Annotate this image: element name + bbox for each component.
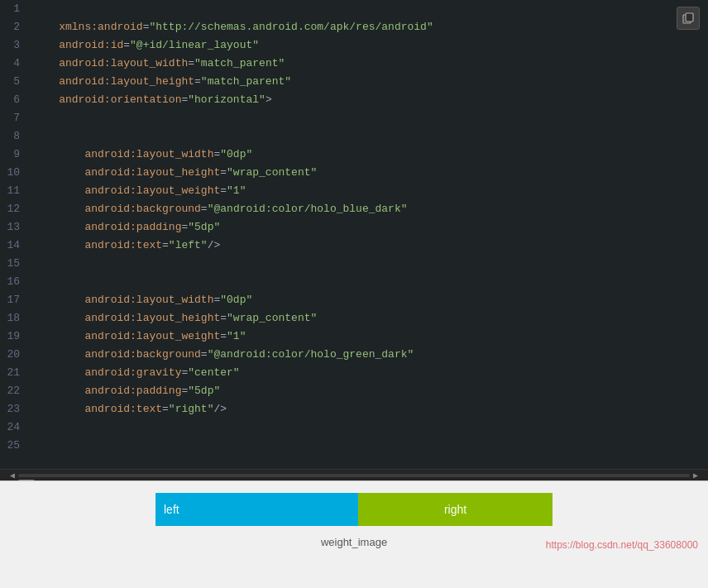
line-content: android:gravity="center" (30, 364, 708, 382)
line-number: 7 (0, 109, 30, 127)
code-line: 11 android:layout_weight="1" (0, 182, 708, 200)
code-line: 5 android:layout_height="match_parent" (0, 73, 708, 91)
line-content (30, 273, 708, 291)
preview-bar: left right (155, 493, 553, 526)
code-line: 13 android:padding="5dp" (0, 218, 708, 237)
code-line: 20 android:background="@android:color/ho… (0, 346, 708, 364)
scroll-track[interactable] (18, 474, 690, 477)
line-content: android:layout_weight="1" (30, 327, 708, 346)
line-number: 14 (0, 237, 30, 255)
horizontal-scrollbar[interactable]: ◀ ▶ (0, 469, 708, 480)
code-line: 14 android:text="left"/> (0, 237, 708, 255)
scroll-left-arrow[interactable]: ◀ (7, 471, 18, 480)
code-table: 12 xmlns:android="http://schemas.android… (0, 0, 708, 455)
code-line: 6 android:orientation="horizontal"> (0, 91, 708, 109)
line-number: 24 (0, 418, 30, 437)
line-content (30, 0, 708, 18)
line-content: android:text="right"/> (30, 400, 708, 418)
code-line: 24 (0, 418, 708, 437)
code-line: 9 android:layout_width="0dp" (0, 146, 708, 164)
preview-left-text: left (164, 503, 179, 516)
code-line: 25 (0, 437, 708, 455)
line-number: 9 (0, 146, 30, 164)
line-number: 1 (0, 0, 30, 18)
line-content: android:layout_height="wrap_content" (30, 164, 708, 182)
line-number: 6 (0, 91, 30, 109)
line-number: 19 (0, 327, 30, 346)
line-content: xmlns:android="http://schemas.android.co… (30, 18, 708, 36)
line-number: 2 (0, 18, 30, 36)
preview-link[interactable]: https://blog.csdn.net/qq_33608000 (546, 539, 698, 551)
code-line: 15 (0, 255, 708, 273)
code-editor: 12 xmlns:android="http://schemas.android… (0, 0, 708, 469)
code-line: 17 android:layout_width="0dp" (0, 291, 708, 309)
code-line: 4 android:layout_width="match_parent" (0, 55, 708, 73)
line-number: 11 (0, 182, 30, 200)
line-content (30, 127, 708, 146)
preview-right-text: right (444, 503, 466, 516)
code-line: 2 xmlns:android="http://schemas.android.… (0, 18, 708, 36)
code-line: 19 android:layout_weight="1" (0, 327, 708, 346)
code-line: 23 android:text="right"/> (0, 400, 708, 418)
line-number: 25 (0, 437, 30, 455)
preview-right-view: right (358, 493, 553, 526)
bottom-bar: weight_image https://blog.csdn.net/qq_33… (0, 534, 708, 559)
code-line: 16 (0, 273, 708, 291)
line-content: android:layout_width="match_parent" (30, 55, 708, 73)
line-number: 22 (0, 382, 30, 400)
code-line: 21 android:gravity="center" (0, 364, 708, 382)
copy-button[interactable] (677, 7, 700, 30)
preview-area: left right weight_image https://blog.csd… (0, 480, 708, 588)
line-content: android:background="@android:color/holo_… (30, 346, 708, 364)
line-content: android:id="@+id/linear_layout" (30, 36, 708, 55)
line-number: 8 (0, 127, 30, 146)
line-number: 4 (0, 55, 30, 73)
line-number: 16 (0, 273, 30, 291)
line-number: 23 (0, 400, 30, 418)
line-content (30, 437, 708, 455)
line-content: android:layout_height="match_parent" (30, 73, 708, 91)
svg-rect-1 (686, 13, 693, 22)
line-number: 13 (0, 218, 30, 237)
line-number: 17 (0, 291, 30, 309)
code-line: 10 android:layout_height="wrap_content" (0, 164, 708, 182)
code-line: 7 (0, 109, 708, 127)
line-content (30, 255, 708, 273)
line-content: android:background="@android:color/holo_… (30, 200, 708, 218)
line-content (30, 109, 708, 127)
line-content: android:layout_weight="1" (30, 182, 708, 200)
line-number: 20 (0, 346, 30, 364)
line-number: 18 (0, 309, 30, 327)
line-number: 12 (0, 200, 30, 218)
line-content: android:orientation="horizontal"> (30, 91, 708, 109)
line-number: 15 (0, 255, 30, 273)
line-number: 21 (0, 364, 30, 382)
line-number: 3 (0, 36, 30, 55)
code-line: 3 android:id="@+id/linear_layout" (0, 36, 708, 55)
code-line: 12 android:background="@android:color/ho… (0, 200, 708, 218)
line-content (30, 418, 708, 437)
line-content: android:layout_height="wrap_content" (30, 309, 708, 327)
line-content: android:padding="5dp" (30, 218, 708, 237)
code-line: 8 (0, 127, 708, 146)
line-number: 5 (0, 73, 30, 91)
preview-left-view: left (155, 493, 358, 526)
code-line: 18 android:layout_height="wrap_content" (0, 309, 708, 327)
code-line: 1 (0, 0, 708, 18)
scroll-right-arrow[interactable]: ▶ (690, 471, 701, 480)
code-line: 22 android:padding="5dp" (0, 382, 708, 400)
line-content: android:text="left"/> (30, 237, 708, 255)
line-number: 10 (0, 164, 30, 182)
line-content: android:padding="5dp" (30, 382, 708, 400)
line-content: android:layout_width="0dp" (30, 291, 708, 309)
line-content: android:layout_width="0dp" (30, 146, 708, 164)
